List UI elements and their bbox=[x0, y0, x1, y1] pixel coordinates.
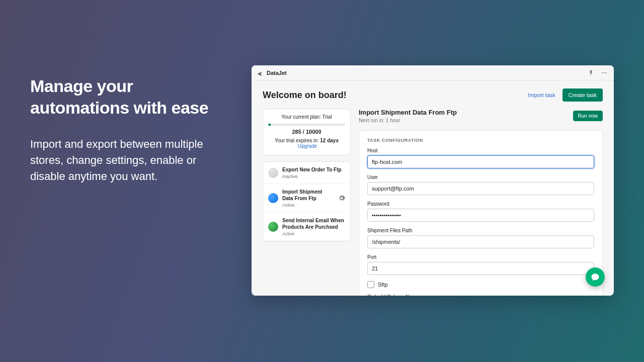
task-name: Import Shipment Data From Ftp bbox=[282, 189, 334, 202]
topbar: Welcome on board! Import task Create tas… bbox=[263, 88, 603, 102]
app-logo-icon bbox=[257, 70, 263, 76]
config-card: TASK CONFIGURATION Host User Password bbox=[359, 130, 603, 296]
task-status: Active bbox=[282, 203, 334, 208]
detail-header: Import Shipment Data From Ftp Next run i… bbox=[359, 109, 603, 123]
app-header: DataJet bbox=[252, 65, 614, 80]
plan-card: Your current plan: Trial 285 / 10000 You… bbox=[263, 109, 351, 155]
svg-point-0 bbox=[602, 72, 603, 73]
more-icon[interactable] bbox=[600, 68, 609, 77]
upgrade-link[interactable]: Upgrade bbox=[298, 143, 317, 149]
port-label: Port bbox=[367, 254, 594, 260]
usage-progress bbox=[268, 124, 345, 126]
chat-button[interactable] bbox=[586, 267, 605, 287]
task-item[interactable]: Export New Order To Ftp Inactive bbox=[263, 162, 350, 184]
task-name: Export New Order To Ftp bbox=[282, 166, 345, 173]
gear-icon[interactable] bbox=[338, 195, 345, 202]
path-label: Shipment Files Path bbox=[367, 228, 594, 233]
task-item[interactable]: Import Shipment Data From Ftp Active bbox=[263, 184, 350, 213]
pin-icon[interactable] bbox=[587, 68, 596, 77]
task-icon bbox=[268, 168, 278, 178]
sftp-checkbox[interactable] bbox=[367, 281, 374, 288]
marketing-headline: Manage your automations with ease bbox=[30, 75, 221, 118]
usage-count: 285 / 10000 bbox=[268, 129, 345, 135]
usage-progress-fill bbox=[268, 124, 271, 126]
run-now-button[interactable]: Run now bbox=[573, 111, 603, 121]
app-window: DataJet Welcome on board! Import task Cr… bbox=[252, 65, 614, 296]
task-item[interactable]: Send Internal Email When Products Are Pu… bbox=[263, 213, 350, 241]
task-list: Export New Order To Ftp Inactive Import … bbox=[263, 161, 351, 241]
marketing-sub: Import and export between multiple store… bbox=[30, 136, 221, 185]
host-label: Host bbox=[367, 148, 594, 153]
task-status: Inactive bbox=[282, 174, 345, 179]
path-input[interactable] bbox=[367, 235, 594, 248]
plan-name: Trial bbox=[323, 114, 332, 120]
user-label: User bbox=[367, 174, 594, 180]
task-status: Active bbox=[282, 231, 345, 236]
expires-prefix: Your trial expires in: bbox=[275, 138, 318, 143]
detail-title: Import Shipment Data From Ftp bbox=[359, 109, 457, 116]
task-icon bbox=[268, 222, 278, 232]
import-task-link[interactable]: Import task bbox=[526, 89, 557, 101]
task-icon bbox=[268, 193, 278, 203]
password-label: Password bbox=[367, 201, 594, 207]
page-title: Welcome on board! bbox=[263, 90, 347, 101]
svg-point-2 bbox=[606, 72, 607, 73]
plan-label: Your current plan: bbox=[281, 114, 321, 120]
password-input[interactable] bbox=[367, 209, 594, 222]
expires-days: 12 days bbox=[320, 138, 339, 143]
config-section-label: TASK CONFIGURATION bbox=[367, 138, 594, 143]
marketing-copy: Manage your automations with ease Import… bbox=[30, 75, 221, 185]
port-input[interactable] bbox=[367, 262, 594, 275]
order-id-label: Order Id Column Name bbox=[367, 294, 594, 296]
app-name: DataJet bbox=[267, 70, 287, 76]
user-input[interactable] bbox=[367, 182, 594, 195]
sftp-label: Sftp bbox=[378, 282, 388, 288]
host-input[interactable] bbox=[367, 155, 594, 168]
plan-label-line: Your current plan: Trial bbox=[268, 114, 345, 120]
next-run-text: Next run in: 1 hour bbox=[359, 118, 457, 123]
create-task-button[interactable]: Create task bbox=[562, 88, 603, 102]
svg-point-1 bbox=[604, 72, 605, 73]
expires-line: Your trial expires in: 12 days Upgrade bbox=[268, 138, 345, 149]
task-name: Send Internal Email When Products Are Pu… bbox=[282, 217, 345, 230]
